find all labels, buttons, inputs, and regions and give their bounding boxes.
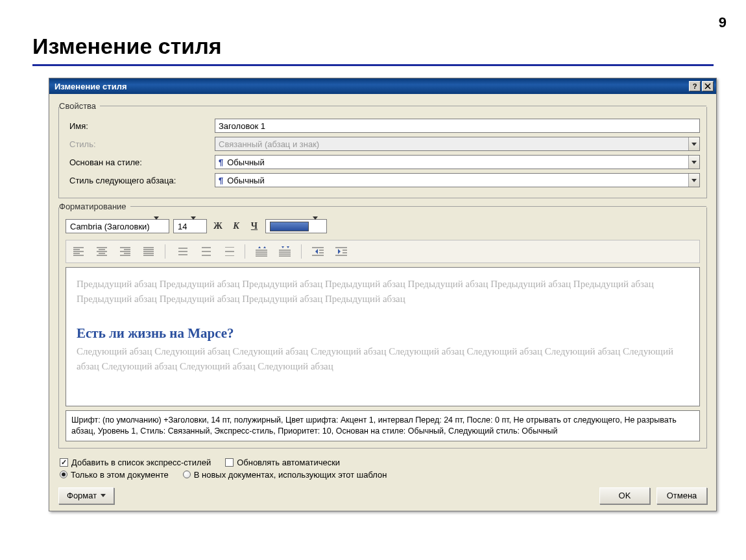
svg-marker-31 [258, 246, 261, 248]
based-on-combo[interactable]: ¶Обычный [215, 155, 700, 169]
pilcrow-icon: ¶ [219, 176, 223, 185]
line-spacing-2-button[interactable] [221, 245, 235, 258]
help-button[interactable]: ? [689, 81, 701, 91]
modify-style-dialog: Изменение стиля ? Свойства Имя: Заголово… [49, 78, 717, 511]
toolbar-separator [165, 244, 165, 259]
checkbox-checked-icon: ✓ [60, 458, 68, 467]
dialog-title: Изменение стиля [54, 82, 688, 91]
page-title: Изменение стиля [32, 34, 714, 59]
toolbar-separator [301, 244, 302, 259]
line-spacing-15-button[interactable] [198, 245, 212, 258]
align-justify-button[interactable] [141, 245, 156, 258]
chevron-down-icon[interactable] [154, 220, 159, 233]
next-style-label: Стиль следующего абзаца: [66, 176, 215, 185]
properties-group: Свойства Имя: Заголовок 1 Стиль: Связанн… [58, 107, 707, 198]
chevron-down-icon[interactable] [191, 220, 196, 233]
style-type-combo: Связанный (абзац и знак) [215, 137, 700, 151]
svg-marker-48 [338, 249, 341, 254]
svg-marker-38 [287, 246, 289, 248]
checkbox-unchecked-icon [225, 458, 234, 467]
name-input[interactable]: Заголовок 1 [215, 119, 700, 133]
format-button[interactable]: Формат [58, 487, 114, 504]
font-combo[interactable]: Cambria (Заголовки) [66, 219, 169, 233]
formatting-group: Форматирование Cambria (Заголовки) 14 Ж … [58, 207, 707, 449]
auto-update-checkbox[interactable]: Обновлять автоматически [225, 458, 340, 467]
align-center-button[interactable] [95, 245, 109, 258]
ok-button[interactable]: OK [599, 487, 650, 504]
cancel-button[interactable]: Отмена [656, 487, 707, 504]
style-preview: Предыдущий абзац Предыдущий абзац Предыд… [66, 267, 700, 406]
chevron-down-icon [101, 494, 106, 500]
svg-marker-32 [263, 246, 266, 248]
chevron-down-icon[interactable] [688, 156, 699, 169]
paragraph-toolbar [66, 240, 700, 263]
pilcrow-icon: ¶ [219, 158, 223, 167]
color-swatch-icon [270, 222, 309, 231]
chevron-down-icon [688, 137, 699, 150]
only-this-document-radio[interactable]: Только в этом документе [60, 470, 169, 480]
align-right-button[interactable] [118, 245, 132, 258]
bold-button[interactable]: Ж [211, 219, 225, 233]
properties-group-label: Свойства [59, 101, 96, 111]
decrease-indent-button[interactable] [311, 245, 325, 258]
space-before-decrease-button[interactable] [278, 245, 292, 258]
radio-checked-icon [60, 471, 67, 478]
underline-button[interactable]: Ч [247, 219, 261, 233]
svg-marker-43 [315, 249, 318, 254]
svg-marker-37 [282, 246, 284, 248]
radio-unchecked-icon [183, 471, 191, 478]
line-spacing-1-button[interactable] [174, 245, 189, 258]
align-left-button[interactable] [71, 245, 86, 258]
chevron-down-icon[interactable] [313, 220, 318, 233]
increase-indent-button[interactable] [334, 245, 348, 258]
name-label: Имя: [66, 121, 215, 131]
style-description: Шрифт: (по умолчанию) +Заголовки, 14 пт,… [66, 410, 700, 441]
font-color-combo[interactable] [265, 219, 327, 233]
based-on-label: Основан на стиле: [66, 158, 215, 167]
formatting-group-label: Форматирование [59, 202, 126, 211]
preview-next-paragraph: Следующий абзац Следующий абзац Следующи… [77, 344, 689, 375]
options-area: ✓ Добавить в список экспресс-стилей Обно… [60, 458, 707, 480]
toolbar-separator [245, 244, 245, 259]
next-style-combo[interactable]: ¶Обычный [215, 173, 700, 187]
preview-heading: Есть ли жизнь на Марсе? [77, 325, 689, 342]
font-size-combo[interactable]: 14 [173, 219, 207, 233]
preview-previous-paragraph: Предыдущий абзац Предыдущий абзац Предыд… [77, 277, 689, 307]
style-type-label: Стиль: [66, 139, 215, 149]
page-number: 9 [719, 14, 727, 31]
close-button[interactable] [702, 81, 714, 91]
chevron-down-icon[interactable] [688, 174, 699, 187]
space-before-increase-button[interactable] [254, 245, 269, 258]
dialog-titlebar: Изменение стиля ? [49, 78, 716, 94]
add-to-quick-styles-checkbox[interactable]: ✓ Добавить в список экспресс-стилей [60, 458, 211, 467]
new-documents-radio[interactable]: В новых документах, использующих этот ша… [183, 470, 387, 480]
title-rule [32, 64, 714, 66]
italic-button[interactable]: К [229, 219, 243, 233]
